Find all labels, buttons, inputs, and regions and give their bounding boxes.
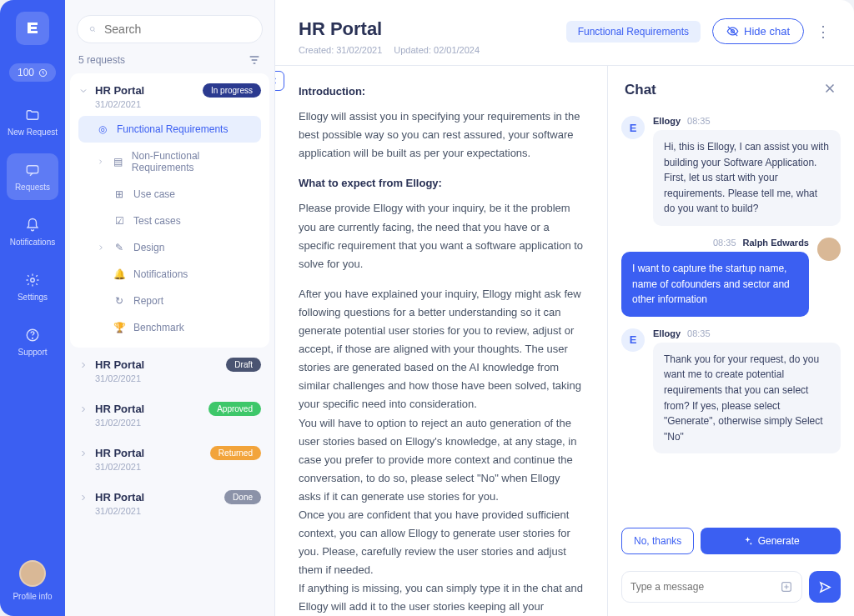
msg-time: 08:35 <box>687 116 711 126</box>
sub-notifications[interactable]: 🔔 Notifications <box>78 261 261 288</box>
updated-meta: Updated: 02/01/2024 <box>394 45 480 55</box>
msg-text: Thank you for your request, do you want … <box>653 343 841 454</box>
nav-label: Settings <box>18 293 48 302</box>
request-item[interactable]: HR Portal Approved 31/02/2021 <box>65 392 274 436</box>
hide-chat-label: Hide chat <box>744 25 790 38</box>
created-meta: Created: 31/02/2021 <box>299 45 382 55</box>
msg-time: 08:35 <box>713 238 736 248</box>
svg-point-5 <box>90 27 94 31</box>
nav-notifications[interactable]: Notifications <box>7 208 58 255</box>
requests-sidebar: 5 requests HR Portal In progress 31/02/2… <box>65 0 275 616</box>
close-chat-button[interactable] <box>822 81 837 99</box>
sub-functional[interactable]: ◎ Functional Requirements <box>78 116 261 143</box>
main-content: HR Portal Created: 31/02/2021 Updated: 0… <box>275 0 854 616</box>
sub-nonfunctional[interactable]: ▤ Non-Functional Requirements <box>78 143 261 181</box>
msg-sender: Ralph Edwards <box>743 238 809 248</box>
credits-count: 100 <box>18 67 34 78</box>
chevron-down-icon <box>78 86 88 96</box>
request-title: HR Portal <box>95 491 218 503</box>
chat-message-bot: E Ellogy 08:35 Thank you for your reques… <box>621 328 841 454</box>
sub-label: Non-Functional Requirements <box>132 150 253 173</box>
sub-label: Functional Requirements <box>117 123 228 135</box>
request-date: 31/02/2021 <box>95 506 261 516</box>
credits-badge[interactable]: 100 <box>9 63 56 82</box>
bot-avatar: E <box>621 116 645 139</box>
svg-rect-1 <box>27 166 38 173</box>
sub-benchmark[interactable]: 🏆 Benchmark <box>78 314 261 341</box>
no-thanks-button[interactable]: No, thanks <box>621 528 694 554</box>
clock-icon <box>38 68 48 78</box>
sub-label: Use case <box>133 188 175 200</box>
chat-input-row <box>608 564 854 616</box>
close-icon <box>822 81 837 96</box>
send-button[interactable] <box>809 571 841 603</box>
sub-report[interactable]: ↻ Report <box>78 288 261 314</box>
hide-chat-button[interactable]: Hide chat <box>712 18 804 44</box>
doc-icon: ▤ <box>113 156 123 168</box>
eye-off-icon <box>726 25 739 38</box>
chat-message-user: 08:35 Ralph Edwards I want to capture th… <box>621 238 841 317</box>
flow-icon: ⊞ <box>113 188 125 200</box>
request-item[interactable]: HR Portal In progress 31/02/2021 ◎ Funct… <box>70 73 269 348</box>
search-box[interactable] <box>77 15 263 43</box>
msg-time: 08:35 <box>687 328 711 338</box>
svg-point-2 <box>31 278 35 283</box>
request-date: 31/02/2021 <box>95 418 261 428</box>
doc-paragraph: Please provide Ellogy with your inquiry,… <box>299 199 584 273</box>
profile-label: Profile info <box>13 592 52 601</box>
section-tag: Functional Requirements <box>566 21 701 43</box>
request-date: 31/02/2021 <box>95 373 261 383</box>
nav-requests[interactable]: Requests <box>7 153 58 200</box>
chat-icon <box>24 162 41 178</box>
status-badge: Draft <box>226 358 261 372</box>
bell-icon: 🔔 <box>113 268 125 280</box>
request-date: 31/02/2021 <box>95 462 261 472</box>
app-logo[interactable] <box>16 12 49 45</box>
doc-paragraph: If anything is missing, you can simply t… <box>299 579 584 616</box>
chevron-right-icon <box>78 360 88 370</box>
request-count: 5 requests <box>78 54 125 66</box>
search-input[interactable] <box>104 23 250 36</box>
nav-support[interactable]: Support <box>7 318 58 365</box>
intro-text: Ellogy will assist you in specifying you… <box>299 108 584 163</box>
chat-input-field[interactable] <box>621 571 802 603</box>
sub-testcases[interactable]: ☑ Test cases <box>78 208 261 234</box>
attach-icon[interactable] <box>780 580 793 593</box>
sub-label: Test cases <box>133 215 181 227</box>
document-body: Introduction: Ellogy will assist you in … <box>275 66 607 616</box>
user-avatar <box>817 238 841 261</box>
send-icon <box>818 580 832 594</box>
main-header: HR Portal Created: 31/02/2021 Updated: 0… <box>275 0 854 66</box>
sub-design[interactable]: ✎ Design <box>78 234 261 261</box>
nav-new-request[interactable]: New Request <box>7 98 58 145</box>
nav-label: Support <box>18 348 47 357</box>
report-icon: ↻ <box>113 295 125 307</box>
profile-link[interactable]: Profile info <box>13 560 52 601</box>
request-title: HR Portal <box>95 447 203 459</box>
request-item[interactable]: HR Portal Done 31/02/2021 <box>65 480 274 524</box>
nav-settings[interactable]: Settings <box>7 263 58 310</box>
svg-point-4 <box>33 338 33 338</box>
chat-input[interactable] <box>630 581 780 593</box>
doc-paragraph: After you have explained your inquiry, E… <box>299 285 584 414</box>
sub-label: Design <box>133 242 164 253</box>
generate-button[interactable]: Generate <box>701 528 841 554</box>
avatar <box>19 560 46 587</box>
sub-usecase[interactable]: ⊞ Use case <box>78 181 261 208</box>
bot-avatar: E <box>621 328 645 352</box>
collapse-sidebar-button[interactable] <box>275 71 284 91</box>
chevron-left-icon <box>275 76 279 86</box>
doc-paragraph: Once you are confident that you have pro… <box>299 506 584 579</box>
search-icon <box>89 23 96 36</box>
doc-paragraph: You will have to option to reject an aut… <box>299 414 584 506</box>
chevron-right-icon <box>78 448 88 458</box>
help-icon <box>24 327 41 343</box>
nav-label: New Request <box>8 128 58 137</box>
more-menu[interactable]: ⋮ <box>816 23 831 41</box>
rail-nav: New Request Requests Notifications Setti… <box>0 98 65 365</box>
filter-icon[interactable] <box>248 53 261 67</box>
logo-icon <box>24 20 41 37</box>
request-item[interactable]: HR Portal Draft 31/02/2021 <box>65 348 274 392</box>
request-item[interactable]: HR Portal Returned 31/02/2021 <box>65 436 274 480</box>
msg-text: I want to capture the startup name, name… <box>621 252 809 317</box>
